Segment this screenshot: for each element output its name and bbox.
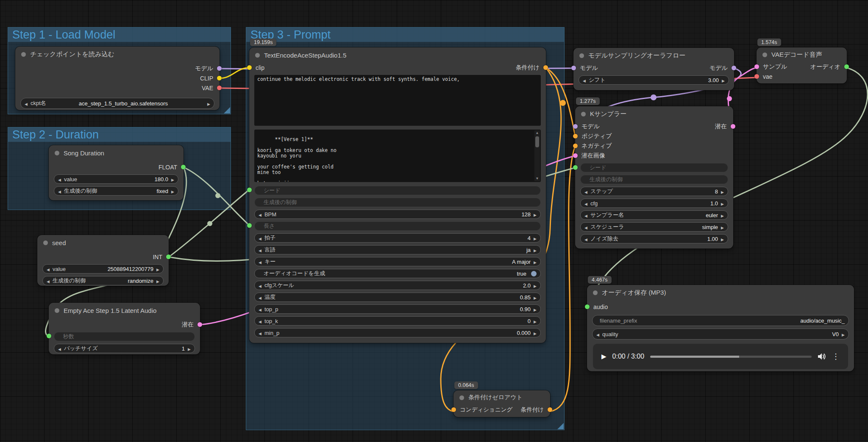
node-title-bar[interactable]: オーディオ保存 (MP3) [587, 285, 854, 300]
node-title-bar[interactable]: 条件付けゼロアウト [453, 390, 550, 405]
decrement-arrow-icon[interactable] [259, 235, 262, 241]
collapse-dot-icon[interactable] [762, 52, 767, 57]
widget-control-linked[interactable]: 生成後の制御 [580, 175, 728, 184]
decrement-arrow-icon[interactable] [259, 306, 262, 312]
decrement-arrow-icon[interactable] [584, 224, 587, 230]
decrement-arrow-icon[interactable] [25, 100, 28, 107]
increment-arrow-icon[interactable] [534, 259, 537, 265]
increment-arrow-icon[interactable] [188, 345, 191, 352]
node-empty-latent-audio[interactable]: Empty Ace Step 1.5 Latent Audio 潜在 秒数 バッ… [49, 303, 200, 354]
node-title-bar[interactable]: モデルサンプリングオーラフロー [573, 48, 734, 63]
increment-arrow-icon[interactable] [721, 200, 724, 207]
widget-control-after-generate[interactable]: 生成後の制御randomize [42, 276, 164, 285]
positive-input-port[interactable] [573, 134, 578, 138]
increment-arrow-icon[interactable] [534, 318, 537, 324]
lyrics-textarea[interactable]: **[Verse 1]** koori ga tokeru oto dake n… [254, 130, 541, 182]
increment-arrow-icon[interactable] [171, 188, 174, 194]
scrollbar-thumb[interactable] [535, 136, 539, 147]
vae-input-port[interactable] [754, 74, 759, 79]
widget-generate-audio-codes-toggle[interactable]: オーディオコードを生成true [254, 269, 541, 278]
model-input-port[interactable] [571, 66, 576, 70]
decrement-arrow-icon[interactable] [584, 188, 587, 195]
widget-bpm[interactable]: BPM128 [254, 210, 541, 219]
increment-arrow-icon[interactable] [156, 278, 159, 284]
decrement-arrow-icon[interactable] [259, 318, 262, 324]
decrement-arrow-icon[interactable] [58, 345, 61, 352]
widget-cfg-scale[interactable]: cfgスケール2.0 [254, 281, 541, 290]
collapse-dot-icon[interactable] [55, 308, 59, 313]
decrement-arrow-icon[interactable] [259, 259, 262, 265]
scrollbar[interactable]: ▲▼ [534, 130, 540, 181]
audio-output-port[interactable] [844, 64, 849, 69]
widget-sampler-name[interactable]: サンプラー名euler [580, 210, 728, 220]
widget-min-p[interactable]: min_p0.000 [254, 328, 541, 337]
decrement-arrow-icon[interactable] [58, 188, 61, 194]
node-title-bar[interactable]: チェックポイントを読み込む [15, 47, 220, 62]
latent-output-port[interactable] [731, 124, 735, 129]
decrement-arrow-icon[interactable] [47, 266, 50, 272]
widget-length-linked[interactable]: 長さ [254, 221, 541, 231]
node-title-bar[interactable]: seed [37, 235, 169, 250]
node-title-bar[interactable]: VAEデコード音声 [757, 47, 847, 62]
decrement-arrow-icon[interactable] [259, 247, 262, 253]
kebab-menu-icon[interactable]: ⋮ [832, 353, 840, 360]
widget-steps[interactable]: ステップ8 [580, 187, 728, 196]
increment-arrow-icon[interactable] [722, 77, 725, 83]
node-text-encode[interactable]: 19.159s TextEncodeAceStepAudio1.5 clip 条… [249, 47, 546, 343]
node-title-bar[interactable]: Empty Ace Step 1.5 Latent Audio [49, 303, 200, 318]
model-input-port[interactable] [573, 124, 578, 129]
conditioning-input-port[interactable] [451, 407, 456, 412]
node-vae-decode-audio[interactable]: 1.574s VAEデコード音声 サンプルオーディオ vae [757, 47, 847, 83]
negative-input-port[interactable] [573, 144, 578, 148]
widget-top-k[interactable]: top_k0 [254, 316, 541, 326]
node-graph-canvas[interactable]: Step 1 - Load Model Step 2 - Duration St… [0, 0, 868, 442]
widget-ckpt-name[interactable]: ckpt名ace_step_1.5_turbo_aio.safetensors [20, 98, 214, 109]
node-title-bar[interactable]: Kサンプラー [575, 106, 733, 122]
seconds-input-port[interactable] [47, 334, 51, 338]
widget-top-p[interactable]: top_p0.90 [254, 304, 541, 314]
length-input-port[interactable] [247, 223, 252, 228]
int-output-port[interactable] [166, 254, 171, 259]
decrement-arrow-icon[interactable] [259, 282, 262, 289]
node-title-bar[interactable]: TextEncodeAceStepAudio1.5 [249, 47, 546, 63]
widget-seed-value[interactable]: value250889412200779 [42, 264, 164, 273]
play-button[interactable]: ▶ [601, 353, 606, 360]
scroll-up-icon[interactable]: ▲ [534, 130, 540, 135]
clip-input-port[interactable] [247, 65, 252, 70]
float-output-port[interactable] [181, 165, 186, 169]
widget-batch-size[interactable]: バッチサイズ1 [54, 344, 195, 353]
prompt-textarea[interactable]: continue the melodic electronic track wi… [254, 75, 541, 126]
increment-arrow-icon[interactable] [156, 266, 159, 272]
samples-input-port[interactable] [754, 64, 759, 69]
increment-arrow-icon[interactable] [721, 236, 724, 242]
collapse-dot-icon[interactable] [255, 53, 260, 58]
widget-seconds-linked[interactable]: 秒数 [54, 332, 195, 341]
widget-control-linked[interactable]: 生成後の制御 [254, 198, 541, 207]
clip-output-port[interactable] [217, 76, 222, 80]
widget-time-signature[interactable]: 拍子4 [254, 233, 541, 243]
widget-cfg[interactable]: cfg1.0 [580, 199, 728, 208]
collapse-dot-icon[interactable] [21, 52, 26, 57]
increment-arrow-icon[interactable] [721, 212, 724, 218]
increment-arrow-icon[interactable] [534, 235, 537, 241]
increment-arrow-icon[interactable] [534, 282, 537, 289]
widget-denoise[interactable]: ノイズ除去1.00 [580, 234, 728, 243]
node-seed[interactable]: seed INT value250889412200779 生成後の制御rand… [37, 235, 169, 286]
widget-seed-linked[interactable]: シード [254, 186, 541, 195]
collapse-dot-icon[interactable] [459, 395, 464, 400]
node-ksampler[interactable]: 1.277s Kサンプラー モデル潜在 ポジティブ ネガティブ 潜在画像 シード… [575, 106, 733, 249]
decrement-arrow-icon[interactable] [584, 200, 587, 207]
audio-input-port[interactable] [585, 304, 590, 309]
decrement-arrow-icon[interactable] [584, 212, 587, 218]
decrement-arrow-icon[interactable] [259, 211, 262, 218]
decrement-arrow-icon[interactable] [47, 278, 50, 284]
increment-arrow-icon[interactable] [534, 330, 537, 336]
node-load-checkpoint[interactable]: チェックポイントを読み込む モデル CLIP VAE ckpt名ace_step… [15, 47, 220, 110]
decrement-arrow-icon[interactable] [259, 294, 262, 301]
widget-language[interactable]: 言語ja [254, 245, 541, 254]
widget-quality[interactable]: qualityV0 [592, 329, 849, 340]
increment-arrow-icon[interactable] [534, 211, 537, 218]
model-output-port[interactable] [217, 66, 222, 71]
widget-control-after-generate[interactable]: 生成後の制御fixed [54, 186, 178, 196]
increment-arrow-icon[interactable] [171, 176, 174, 182]
